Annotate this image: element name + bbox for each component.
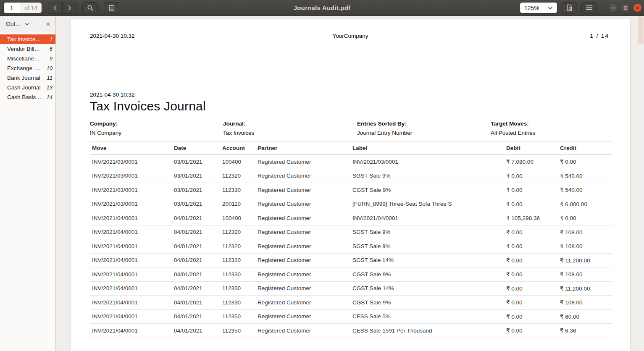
date-cell: 04/01/2021 (172, 243, 220, 249)
debit-cell: ₹ 0.00 (504, 229, 558, 236)
outline-item-page: 6 (50, 46, 53, 52)
date-cell: 04/01/2021 (172, 313, 220, 320)
credit-cell: ₹ 0.00 (558, 215, 612, 221)
report-info-row: Company:IN CompanyJournal:Tax InvoicesEn… (90, 120, 612, 136)
sidebar-close-button[interactable] (44, 20, 52, 28)
debit-cell: ₹ 0.00 (504, 299, 558, 306)
partner-cell: Registered Customer (255, 257, 350, 263)
sidebar-mode-dropdown[interactable]: Out… (6, 21, 29, 27)
annotation-clipboard-icon (108, 5, 115, 11)
sidebar-mode-label: Out… (6, 21, 21, 27)
label-cell: CGST Sale 9% (350, 299, 504, 306)
debit-cell: ₹ 105,298.36 (504, 215, 558, 221)
date-cell: 04/01/2021 (172, 285, 220, 291)
move-cell: INV/2021/04/0001 (90, 229, 172, 235)
outline-item[interactable]: Vendor Bill…6 (0, 44, 55, 54)
close-button[interactable] (633, 4, 641, 12)
partner-cell: Registered Customer (255, 201, 350, 207)
hamburger-menu-icon (586, 5, 592, 10)
sidebar: Out… Tax Invoice…1Vendor Bill…6Miscellan… (0, 16, 56, 351)
chevron-left-icon (53, 5, 58, 11)
credit-cell: ₹ 108.00 (558, 271, 612, 278)
date-cell: 03/01/2021 (172, 159, 220, 165)
outline-item[interactable]: Cash Journal13 (0, 83, 55, 92)
sidebar-header: Out… (0, 16, 55, 32)
partner-cell: Registered Customer (255, 159, 350, 165)
label-cell: CGST Sale 9% (350, 187, 504, 193)
outline-item[interactable]: Miscellane…9 (0, 54, 55, 63)
document-view[interactable]: 2021-04-30 10:32 YourCompany 1 / 14 2021… (56, 16, 638, 351)
search-button[interactable] (82, 2, 98, 13)
label-cell: CGST Sale 14% (350, 285, 504, 291)
label-cell: [FURN_8999] Three-Seat Sofa Three S (350, 201, 504, 207)
table-row: INV/2021/04/000104/01/2021112330Register… (90, 267, 612, 282)
debit-cell: ₹ 0.00 (504, 271, 558, 278)
date-cell: 04/01/2021 (172, 271, 220, 278)
outline-item[interactable]: Tax Invoice…1 (0, 34, 55, 44)
debit-cell: ₹ 7,080.00 (504, 158, 558, 165)
credit-cell: ₹ 11,200.00 (558, 285, 612, 292)
outline-item[interactable]: Bank Journal11 (0, 73, 55, 83)
credit-cell: ₹ 108.00 (558, 243, 612, 249)
credit-cell: ₹ 108.00 (558, 229, 612, 236)
date-cell: 04/01/2021 (172, 229, 220, 235)
partner-cell: Registered Customer (255, 187, 350, 193)
table-row: INV/2021/04/000104/01/2021112350Register… (90, 310, 612, 324)
page-number-input[interactable] (4, 3, 20, 13)
document-properties-button[interactable] (562, 2, 577, 13)
info-value: All Posted Entries (491, 130, 612, 136)
headerbar: of 14 Journals Audit.pdf 125% (0, 0, 644, 16)
close-icon (636, 6, 640, 10)
label-cell: CGST Sale 9% (350, 271, 504, 278)
outline-item[interactable]: Cash Basis …14 (0, 92, 55, 102)
move-cell: INV/2021/03/0001 (90, 187, 172, 193)
column-header: Account (220, 145, 255, 151)
move-cell: INV/2021/03/0001 (90, 201, 172, 207)
account-cell: 100400 (220, 159, 255, 165)
debit-cell: ₹ 0.00 (504, 313, 558, 320)
table-row: INV/2021/03/000103/01/2021112330Register… (90, 183, 612, 197)
account-cell: 112330 (220, 299, 255, 306)
label-cell: SGST Sale 14% (350, 257, 504, 263)
outline-item-label: Bank Journal (7, 75, 40, 81)
scrollbar-thumb[interactable] (638, 16, 644, 44)
next-page-button[interactable] (62, 2, 76, 13)
zoom-level-dropdown[interactable]: 125% (520, 2, 557, 13)
move-cell: INV/2021/04/0001 (90, 299, 172, 306)
outline-item-label: Cash Journal (7, 84, 41, 91)
debit-cell: ₹ 0.00 (504, 327, 558, 334)
date-cell: 03/01/2021 (172, 201, 220, 207)
previous-page-button[interactable] (48, 2, 62, 13)
partner-cell: Registered Customer (255, 243, 350, 249)
window-controls-separator (603, 3, 603, 13)
annotations-button[interactable] (104, 2, 119, 13)
credit-cell: ₹ 540.00 (558, 186, 612, 193)
credit-cell: ₹ 11,200.00 (558, 257, 612, 264)
menu-button[interactable] (581, 2, 597, 13)
move-cell: INV/2021/03/0001 (90, 173, 172, 179)
maximize-icon (623, 6, 628, 10)
column-header: Debit (504, 145, 558, 151)
outline-item-page: 9 (50, 55, 53, 62)
minimize-button[interactable] (609, 4, 617, 12)
info-column: Company:IN Company (90, 120, 223, 136)
debit-cell: ₹ 0.00 (504, 285, 558, 292)
debit-cell: ₹ 0.00 (504, 173, 558, 179)
maximize-button[interactable] (621, 4, 629, 12)
account-cell: 112320 (220, 257, 255, 263)
info-column: Entries Sorted By:Journal Entry Number (357, 120, 491, 136)
label-cell: CESS Sale 5% (350, 313, 504, 320)
column-header: Move (90, 145, 172, 151)
credit-cell: ₹ 6,000.00 (558, 201, 612, 207)
table-row: INV/2021/03/000103/01/2021200110Register… (90, 197, 612, 212)
info-value: Journal Entry Number (357, 130, 491, 136)
table-row: INV/2021/04/000104/01/2021112320Register… (90, 225, 612, 240)
column-header: Date (172, 145, 220, 151)
move-cell: INV/2021/04/0001 (90, 243, 172, 249)
outline-item[interactable]: Exchange …10 (0, 63, 55, 73)
outline-item-page: 11 (47, 75, 53, 81)
account-cell: 112330 (220, 187, 255, 193)
info-column: Journal:Tax Invoices (223, 120, 357, 136)
vertical-scrollbar[interactable] (638, 16, 644, 351)
column-header: Credit (558, 145, 612, 151)
